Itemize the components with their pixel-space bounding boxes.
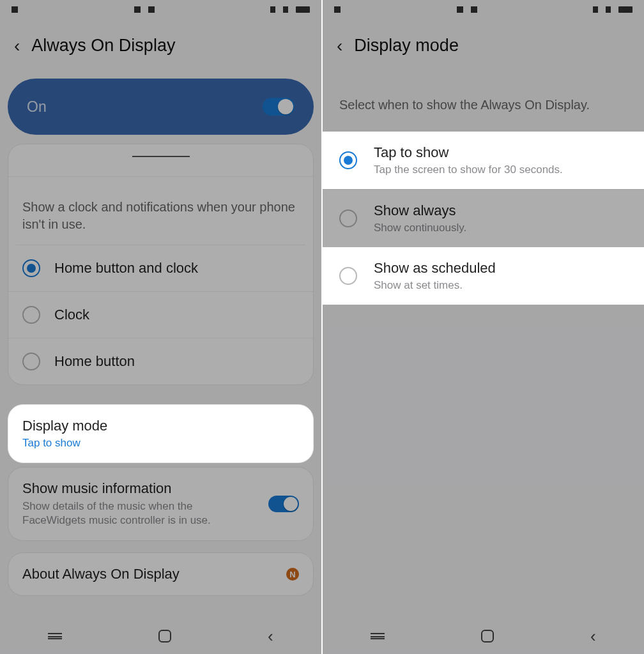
row-display-mode[interactable]: Display mode Tap to show bbox=[8, 404, 314, 463]
music-title: Show music information bbox=[22, 480, 258, 497]
option-subtitle: Show at set times. bbox=[374, 279, 496, 292]
card-aod-content: Show a clock and notifications when your… bbox=[8, 144, 314, 385]
page-title: Display mode bbox=[354, 36, 459, 56]
option-title: Show always bbox=[374, 202, 466, 219]
display-mode-list: Tap to show Tap the screen to show for 3… bbox=[323, 132, 644, 189]
radio-label: Clock bbox=[54, 307, 89, 323]
radio-label: Home button and clock bbox=[54, 260, 198, 277]
music-desc: Show details of the music when the FaceW… bbox=[22, 499, 258, 528]
display-mode-value: Tap to show bbox=[22, 437, 107, 450]
option-show-as-scheduled[interactable]: Show as scheduled Show at set times. bbox=[323, 247, 644, 305]
about-title: About Always On Display bbox=[22, 566, 180, 582]
option-tap-to-show[interactable]: Tap to show Tap the screen to show for 3… bbox=[323, 132, 644, 189]
option-show-always[interactable]: Show always Show continuously. bbox=[323, 189, 644, 247]
status-bar bbox=[323, 0, 644, 15]
header: ‹ Always On Display bbox=[0, 15, 321, 73]
option-subtitle: Tap the screen to show for 30 seconds. bbox=[374, 164, 563, 176]
header: ‹ Display mode bbox=[323, 15, 644, 73]
nav-bar: ‹ bbox=[323, 618, 644, 654]
status-bar bbox=[0, 0, 321, 15]
row-music-info[interactable]: Show music information Show details of t… bbox=[8, 467, 314, 541]
display-mode-title: Display mode bbox=[22, 418, 107, 434]
master-toggle-label: On bbox=[27, 98, 47, 116]
master-toggle[interactable]: On bbox=[8, 79, 314, 135]
radio-home-button-and-clock[interactable]: Home button and clock bbox=[8, 245, 313, 291]
option-title: Show as scheduled bbox=[374, 260, 496, 277]
back-icon[interactable]: ‹ bbox=[337, 37, 342, 55]
radio-clock[interactable]: Clock bbox=[8, 291, 313, 338]
recents-icon[interactable] bbox=[48, 633, 62, 639]
screen-display-mode: ‹ Display mode Select when to show the A… bbox=[323, 0, 644, 654]
radio-icon bbox=[339, 209, 357, 227]
home-icon[interactable] bbox=[158, 630, 171, 643]
page-title: Always On Display bbox=[31, 36, 175, 56]
radio-icon bbox=[339, 267, 357, 285]
radio-home-button[interactable]: Home button bbox=[8, 338, 313, 384]
radio-icon bbox=[22, 306, 40, 324]
screen-always-on-display: ‹ Always On Display On Show a clock and … bbox=[0, 0, 321, 654]
recents-icon[interactable] bbox=[371, 633, 385, 639]
home-icon[interactable] bbox=[481, 630, 494, 643]
toggle-switch-icon[interactable] bbox=[263, 98, 295, 116]
new-badge-icon: N bbox=[286, 568, 299, 581]
radio-label: Home button bbox=[54, 353, 135, 370]
radio-icon bbox=[339, 151, 357, 169]
option-subtitle: Show continuously. bbox=[374, 222, 466, 234]
radio-icon bbox=[22, 353, 40, 370]
back-icon[interactable]: ‹ bbox=[14, 37, 20, 55]
radio-icon bbox=[22, 259, 40, 277]
nav-back-icon[interactable]: ‹ bbox=[268, 627, 273, 646]
display-mode-list-2: Show as scheduled Show at set times. bbox=[323, 247, 644, 305]
row-about[interactable]: About Always On Display N bbox=[8, 552, 314, 596]
nav-bar: ‹ bbox=[0, 618, 321, 654]
option-title: Tap to show bbox=[374, 144, 563, 161]
aod-description: Show a clock and notifications when your… bbox=[8, 177, 313, 245]
nav-back-icon[interactable]: ‹ bbox=[590, 627, 596, 646]
music-toggle-icon[interactable] bbox=[268, 496, 299, 512]
display-mode-intro: Select when to show the Always On Displa… bbox=[323, 73, 644, 132]
